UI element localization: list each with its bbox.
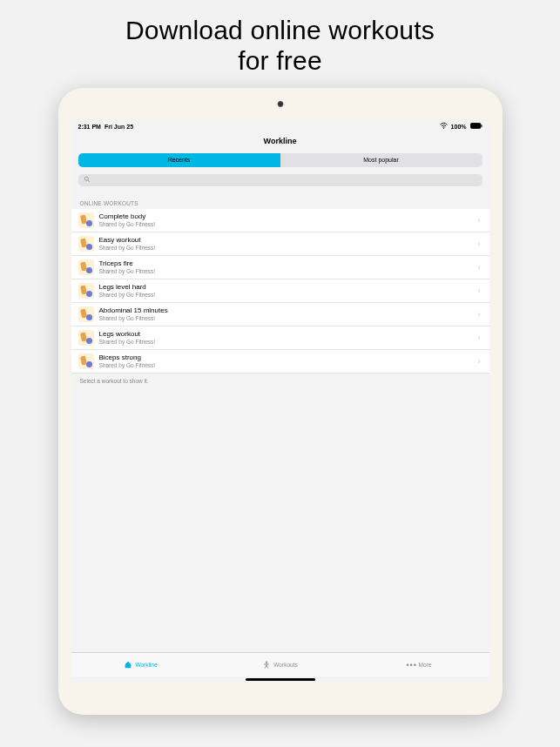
workout-subtitle: Shared by Go Fitness! xyxy=(99,292,478,298)
list-item[interactable]: Triceps fire Shared by Go Fitness! › xyxy=(71,256,489,279)
segment-recents[interactable]: Recents xyxy=(78,153,280,167)
ellipsis-icon: ••• xyxy=(408,661,416,670)
marketing-headline: Download online workouts for free xyxy=(125,0,435,88)
workout-title: Legs workout xyxy=(99,331,478,339)
marketing-line2: for free xyxy=(238,46,322,75)
segment-popular[interactable]: Most popular xyxy=(280,153,482,167)
status-time: 2:31 PM xyxy=(78,124,101,130)
search-input[interactable] xyxy=(78,174,482,186)
tab-more[interactable]: ••• More xyxy=(350,653,489,676)
workout-title: Complete body xyxy=(99,213,478,221)
workout-thumbnail-icon xyxy=(78,212,94,228)
ipad-device-frame: 2:31 PM Fri Jun 25 100% Workline Recents… xyxy=(58,88,503,715)
workout-subtitle: Shared by Go Fitness! xyxy=(99,221,478,227)
workout-thumbnail-icon xyxy=(78,236,94,252)
chevron-right-icon: › xyxy=(478,216,481,225)
list-item[interactable]: Abdominal 15 minutes Shared by Go Fitnes… xyxy=(71,303,489,326)
svg-rect-1 xyxy=(470,123,480,128)
chevron-right-icon: › xyxy=(478,239,481,248)
device-camera xyxy=(277,101,283,107)
status-bar: 2:31 PM Fri Jun 25 100% xyxy=(71,119,489,131)
workout-subtitle: Shared by Go Fitness! xyxy=(99,245,478,251)
person-lifting-icon xyxy=(262,660,271,670)
workout-thumbnail-icon xyxy=(78,353,94,369)
workout-title: Biceps strong xyxy=(99,354,478,362)
tab-bar: Workline Workouts ••• More xyxy=(71,652,489,676)
section-header-online-workouts: ONLINE WORKOUTS xyxy=(71,190,489,209)
svg-line-4 xyxy=(88,180,90,182)
chevron-right-icon: › xyxy=(478,310,481,319)
tab-label: More xyxy=(419,662,432,668)
tab-workline[interactable]: Workline xyxy=(71,653,211,676)
search-icon xyxy=(84,176,91,185)
list-item[interactable]: Easy workout Shared by Go Fitness! › xyxy=(71,232,489,256)
ipad-screen: 2:31 PM Fri Jun 25 100% Workline Recents… xyxy=(71,119,489,683)
tab-label: Workouts xyxy=(273,662,297,668)
workout-subtitle: Shared by Go Fitness! xyxy=(99,362,478,368)
workout-list: Complete body Shared by Go Fitness! › Ea… xyxy=(71,209,489,374)
list-item[interactable]: Legs level hard Shared by Go Fitness! › xyxy=(71,279,489,303)
wifi-icon xyxy=(440,122,448,131)
list-item[interactable]: Complete body Shared by Go Fitness! › xyxy=(71,209,489,232)
svg-rect-2 xyxy=(481,124,482,127)
list-item[interactable]: Biceps strong Shared by Go Fitness! › xyxy=(71,350,489,374)
workout-title: Legs level hard xyxy=(99,284,478,292)
battery-percent: 100% xyxy=(451,124,467,130)
workout-subtitle: Shared by Go Fitness! xyxy=(99,268,478,274)
segmented-control[interactable]: Recents Most popular xyxy=(78,153,482,167)
page-title: Workline xyxy=(71,131,489,150)
list-item[interactable]: Legs workout Shared by Go Fitness! › xyxy=(71,326,489,350)
workout-title: Triceps fire xyxy=(99,260,478,268)
chevron-right-icon: › xyxy=(478,357,481,366)
content-spacer xyxy=(71,388,489,652)
svg-point-0 xyxy=(442,128,443,129)
workout-thumbnail-icon xyxy=(78,283,94,299)
workout-title: Easy workout xyxy=(99,237,478,245)
workout-title: Abdominal 15 minutes xyxy=(99,307,478,315)
chevron-right-icon: › xyxy=(478,333,481,342)
status-date: Fri Jun 25 xyxy=(105,124,133,130)
tab-label: Workline xyxy=(135,662,157,668)
chevron-right-icon: › xyxy=(478,263,481,272)
home-indicator[interactable] xyxy=(246,678,315,681)
workout-thumbnail-icon xyxy=(78,306,94,322)
workout-subtitle: Shared by Go Fitness! xyxy=(99,315,478,321)
workout-thumbnail-icon xyxy=(78,259,94,275)
house-icon xyxy=(124,660,132,670)
battery-icon xyxy=(470,123,482,130)
workout-subtitle: Shared by Go Fitness! xyxy=(99,339,478,345)
chevron-right-icon: › xyxy=(478,286,481,295)
tab-workouts[interactable]: Workouts xyxy=(211,653,350,676)
empty-selection-hint: Select a workout to show it. xyxy=(71,374,489,388)
workout-thumbnail-icon xyxy=(78,330,94,346)
marketing-line1: Download online workouts xyxy=(125,16,435,44)
